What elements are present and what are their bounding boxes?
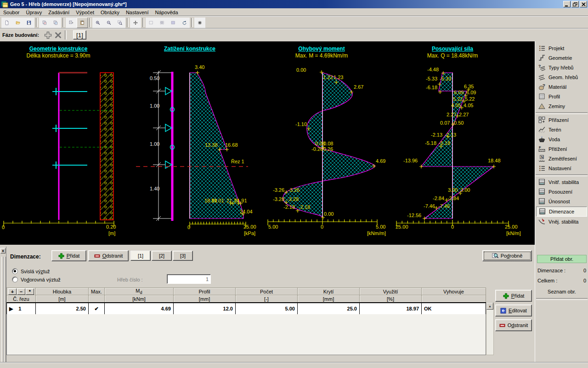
sidebar-item-dimenzace[interactable]: Dimenzace <box>536 207 587 217</box>
table-tool-button-1[interactable]: − <box>17 288 25 295</box>
add-dimensioning-button[interactable]: Přidat <box>51 250 86 261</box>
svg-text:N: N <box>541 155 543 159</box>
copy-dropdown-button[interactable] <box>66 17 77 28</box>
plus-icon <box>58 253 64 259</box>
menu-upravy[interactable]: Úpravy <box>23 9 45 16</box>
sidebar-item-vnej-stabilita[interactable]: Vněj. stabilita <box>536 217 587 226</box>
profil-icon <box>538 93 546 100</box>
sidebar-item-projekt[interactable]: Projekt <box>536 44 587 53</box>
column-header: Krytí <box>298 288 360 295</box>
table-tool-button-2[interactable]: * <box>26 288 34 295</box>
menu-nastaveni[interactable]: Nastavení <box>123 9 152 16</box>
select-region-2-button[interactable] <box>157 17 168 28</box>
close-button[interactable] <box>580 1 587 7</box>
analysis-icon <box>538 198 546 205</box>
select-region-3-button[interactable] <box>168 17 179 28</box>
zoom-out-button[interactable] <box>103 17 114 28</box>
select-region-1-button[interactable] <box>146 17 157 28</box>
sidebar-item-profil[interactable]: Profil <box>536 92 587 101</box>
menu-zadavani[interactable]: Zadávání <box>45 9 73 16</box>
window-title: Geo 5 - Hřeb (demoverze) [Nepojmenovaný.… <box>10 1 127 7</box>
table-cell: 12.0 <box>174 303 236 315</box>
rotate-view-button[interactable] <box>179 17 190 28</box>
phase-bar-label: Fáze budování: <box>2 32 39 38</box>
dimensioning-tab-3[interactable]: [3] <box>173 251 193 261</box>
new-document-button[interactable] <box>1 17 12 28</box>
rotate-view-icon <box>182 18 187 27</box>
nail-number-input[interactable] <box>167 274 211 284</box>
sidebar-item-label: Materiál <box>548 84 566 90</box>
panel-grip[interactable]: x <box>0 247 6 368</box>
zoom-in-button[interactable] <box>92 17 103 28</box>
row-delete-button[interactable]: Odstranit <box>495 319 532 331</box>
remove-dimensioning-button[interactable]: Odstranit <box>88 250 129 261</box>
minimize-button[interactable] <box>563 1 571 7</box>
phase-tab-1[interactable]: [1] <box>73 30 86 40</box>
chart-title-moment[interactable]: Ohybový moment <box>298 46 345 52</box>
toolbar-separator <box>191 18 193 27</box>
sidebar-item-label: Zemětřesení <box>548 156 577 161</box>
menu-napoveda[interactable]: Nápověda <box>152 9 181 16</box>
sidebar-item-voda[interactable]: Voda <box>536 135 587 144</box>
menu-vypocet[interactable]: Výpočet <box>73 9 97 16</box>
select-region-1-icon <box>149 18 153 27</box>
chart-title-geometry[interactable]: Geometrie konstrukce <box>29 46 88 52</box>
sidebar-item-pritizeni[interactable]: FPřitížení <box>536 144 587 154</box>
copy-view-2-button[interactable] <box>50 17 61 28</box>
row-selector[interactable]: ▶1 <box>7 303 36 315</box>
toolbar <box>0 16 588 29</box>
button-label: Odstranit <box>508 322 528 328</box>
drawing-canvas[interactable]: Geometrie konstrukceDélka konstrukce = 3… <box>0 41 535 245</box>
zeminy-icon <box>538 103 546 110</box>
sidebar-item-label: Voda <box>548 137 560 142</box>
scroll-up-button[interactable]: ▲ <box>486 303 493 310</box>
open-file-button[interactable] <box>12 17 23 28</box>
radio-circle[interactable] <box>12 276 18 282</box>
column-unit: [%] <box>360 295 422 303</box>
dimensioning-tab-2[interactable]: [2] <box>152 251 172 261</box>
table-row[interactable]: ▶12.50✔4.6912.05.0025.018.97OK <box>7 303 486 315</box>
analysis-icon <box>538 188 546 196</box>
add-picture-button[interactable]: Přidat obr. <box>537 255 587 263</box>
panel-close-button[interactable]: x <box>0 248 6 253</box>
dimensioning-tab-1[interactable]: [1] <box>130 251 151 261</box>
radio-horizontal-reinforcement[interactable]: Vodorovná výztuž <box>12 276 61 282</box>
sidebar-item-unosnost[interactable]: Únosnost <box>536 197 587 206</box>
save-file-icon <box>27 18 31 27</box>
details-button[interactable]: Podrobně <box>482 250 532 261</box>
sidebar-item-posouzeni[interactable]: Posouzení <box>536 187 587 196</box>
sidebar-item-zemetreseni[interactable]: NZemětřesení <box>536 154 587 163</box>
menu-obrazky[interactable]: Obrázky <box>97 9 123 16</box>
radio-vertical-reinforcement[interactable]: Svislá výztuž <box>12 268 50 274</box>
radio-circle[interactable] <box>12 268 18 274</box>
row-add-button[interactable]: Přidat <box>495 290 532 302</box>
table-tool-button-0[interactable]: + <box>8 288 17 295</box>
toolbar-separator <box>89 18 91 27</box>
sidebar-item-nastaveni[interactable]: Nastavení <box>536 164 587 173</box>
copy-view-1-icon <box>42 18 47 27</box>
save-file-button[interactable] <box>23 17 34 28</box>
sidebar-item-prirazeni[interactable]: Přiřazení <box>536 115 587 125</box>
sidebar-item-vnitr-stabilita[interactable]: Vnitř. stabilita <box>536 178 587 187</box>
sidebar-item-geometrie[interactable]: Geometrie <box>536 53 587 63</box>
redraw-burst-button[interactable] <box>194 17 205 28</box>
row-edit-button[interactable]: Editovat <box>495 305 532 316</box>
sidebar-item-teren[interactable]: Terén <box>536 125 587 134</box>
sidebar-item-geom-hrebu[interactable]: Geom. hřebů <box>536 73 587 82</box>
sidebar-item-material[interactable]: ?Materiál <box>536 82 587 92</box>
paste-button[interactable] <box>77 17 88 28</box>
zoom-window-button[interactable] <box>114 17 125 28</box>
app-icon <box>1 0 8 8</box>
picture-list-button[interactable]: Seznam obr. <box>537 288 587 295</box>
add-phase-button[interactable] <box>43 30 53 40</box>
restore-button[interactable] <box>571 1 579 7</box>
sidebar-item-typy-hrebu[interactable]: ?Typy hřebů <box>536 63 587 72</box>
sidebar-item-zeminy[interactable]: Zeminy <box>536 102 587 111</box>
chart-title-load[interactable]: Zatížení konstrukce <box>164 46 215 52</box>
pan-button[interactable] <box>130 17 141 28</box>
chart-title-shear[interactable]: Posouvající síla <box>432 46 473 52</box>
table-scrollbar[interactable]: ▲ <box>486 302 494 355</box>
remove-phase-button[interactable] <box>53 30 63 40</box>
menu-soubor[interactable]: Soubor <box>0 9 23 16</box>
copy-view-1-button[interactable] <box>39 17 50 28</box>
